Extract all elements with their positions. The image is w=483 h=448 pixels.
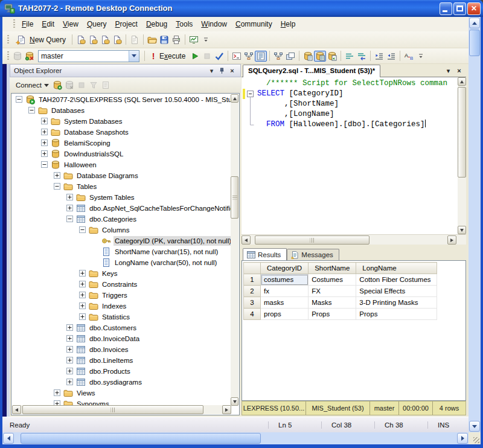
menu-window[interactable]: Window [197,18,231,30]
menu-project[interactable]: Project [111,18,142,30]
scrollbar-thumb[interactable] [255,235,369,245]
scroll-left-icon[interactable] [12,405,21,414]
sql-editor[interactable]: /****** Script for SelectTopNRows comman… [242,77,466,234]
parse-icon[interactable] [213,51,225,62]
template-parameters-icon[interactable]: AB [403,51,415,62]
close-panel-icon[interactable]: × [228,66,237,75]
editor-horizontal-scrollbar[interactable] [242,234,466,245]
expand-collapse-icon[interactable] [54,172,60,179]
expand-collapse-icon[interactable] [66,346,73,353]
tree-item[interactable]: TAH2077-2\SQLEXPRESS (SQL Server 10.50.4… [12,94,231,105]
rdp-vertical-scrollbar[interactable] [469,17,481,432]
execute-button-label[interactable]: Execute [159,52,185,60]
scrollbar-thumb[interactable] [469,30,480,56]
combo-dropdown-icon[interactable] [129,51,139,62]
row-number-cell[interactable]: 3 [244,297,261,309]
tree-item[interactable]: dbo.Categories [12,214,231,225]
tab-results[interactable]: Results [243,248,287,260]
maximize-button[interactable] [453,2,466,15]
available-databases-combo[interactable]: master [38,50,139,62]
grid-cell[interactable]: FX [309,286,356,297]
expand-collapse-icon[interactable] [41,150,48,157]
expand-collapse-icon[interactable] [28,107,35,114]
expand-collapse-icon[interactable] [79,302,86,309]
comment-out-icon[interactable] [344,51,356,62]
tree-item[interactable]: Halloween [12,159,231,170]
tree-item[interactable]: dbo.Products [12,366,231,377]
scroll-up-icon[interactable] [469,18,480,28]
expand-collapse-icon[interactable] [66,194,73,200]
expand-collapse-icon[interactable] [66,379,73,385]
scroll-right-icon[interactable] [457,433,468,444]
tab-close-icon[interactable]: × [455,66,464,75]
scroll-left-icon[interactable] [242,235,251,245]
new-xmla-query-icon[interactable] [111,34,123,45]
tree-item[interactable]: dbo.Customers [12,322,231,333]
tree-item[interactable]: System Tables [12,192,231,203]
scroll-left-icon[interactable] [3,433,14,444]
expand-collapse-icon[interactable] [66,357,73,363]
tree-item[interactable]: Views [12,388,231,398]
expand-collapse-icon[interactable] [79,226,86,233]
print-icon[interactable] [170,34,182,45]
column-header-longname[interactable]: LongName [356,263,437,274]
expand-collapse-icon[interactable] [41,139,48,146]
connect-button[interactable]: Connect [13,80,51,90]
tree-item[interactable]: Constraints [12,279,231,290]
scroll-up-icon[interactable] [231,94,238,103]
tree-item[interactable]: Triggers [12,290,231,301]
tree-item[interactable]: BelamiScoping [12,138,231,149]
results-to-grid-icon[interactable] [314,51,326,62]
grid-cell[interactable]: masks [261,297,309,309]
tree-item[interactable]: ShortName (varchar(15), not null) [12,246,231,257]
execute-exclamation-icon[interactable]: ! [147,51,159,62]
rdp-horizontal-scrollbar[interactable] [2,432,469,444]
scrollbar-thumb[interactable] [458,87,466,178]
intellisense-enabled-icon[interactable] [255,51,267,62]
uncomment-icon[interactable] [356,51,368,62]
grid-cell[interactable]: 3-D Printing Masks [356,297,437,309]
menu-community[interactable]: Community [231,18,277,30]
sqlcmd-mode-icon[interactable] [231,51,243,62]
tree-item[interactable]: Tables [12,181,231,192]
tree-item[interactable]: dbo.AspNet_SqlCacheTablesForChangeNotifi… [12,203,231,214]
tree-item[interactable]: Statistics [12,312,231,322]
minimize-button[interactable] [440,2,452,15]
menu-tools[interactable]: Tools [171,18,197,30]
tree-item[interactable]: dbo.InvoiceData [12,333,231,344]
column-header-categoryid[interactable]: CategoryID [261,263,309,274]
open-file-icon[interactable] [146,34,158,45]
scroll-down-icon[interactable] [231,397,238,406]
script-icon[interactable] [100,80,112,91]
results-to-file-icon[interactable] [326,51,338,62]
new-database-engine-query-icon[interactable] [75,34,87,45]
save-icon[interactable] [158,34,170,45]
scrollbar-thumb[interactable] [21,433,261,444]
window-position-icon[interactable]: ▾ [207,66,216,75]
scrollbar-thumb[interactable] [231,176,238,219]
tree-item[interactable]: Keys [12,268,231,279]
menu-edit[interactable]: Edit [37,18,59,30]
toolbar-options-chevron-icon[interactable] [200,34,212,45]
grid-cell[interactable]: Props [309,309,356,320]
tree-item[interactable]: DowIndustrialsSQL [12,149,231,159]
expand-collapse-icon[interactable] [79,270,86,277]
grid-corner-cell[interactable] [244,263,261,274]
expand-collapse-icon[interactable] [79,292,86,298]
expand-collapse-icon[interactable] [79,313,86,320]
connect-object-explorer-icon[interactable] [51,80,63,91]
expand-collapse-icon[interactable] [54,183,60,190]
menu-view[interactable]: View [59,18,83,30]
scroll-up-icon[interactable] [458,77,466,86]
include-actual-plan-icon[interactable] [272,51,284,62]
grid-cell[interactable]: Props [356,309,437,320]
new-mdx-query-icon[interactable] [87,34,99,45]
menu-file[interactable]: File [18,18,37,30]
new-query-button[interactable]: New Query [11,33,69,47]
expand-collapse-icon[interactable] [66,216,73,222]
grid-cell[interactable]: fx [261,286,309,297]
display-estimated-plan-icon[interactable] [243,51,255,62]
collapse-region-icon[interactable] [246,89,255,99]
results-to-text-icon[interactable] [302,51,314,62]
row-number-cell[interactable]: 4 [244,309,261,320]
